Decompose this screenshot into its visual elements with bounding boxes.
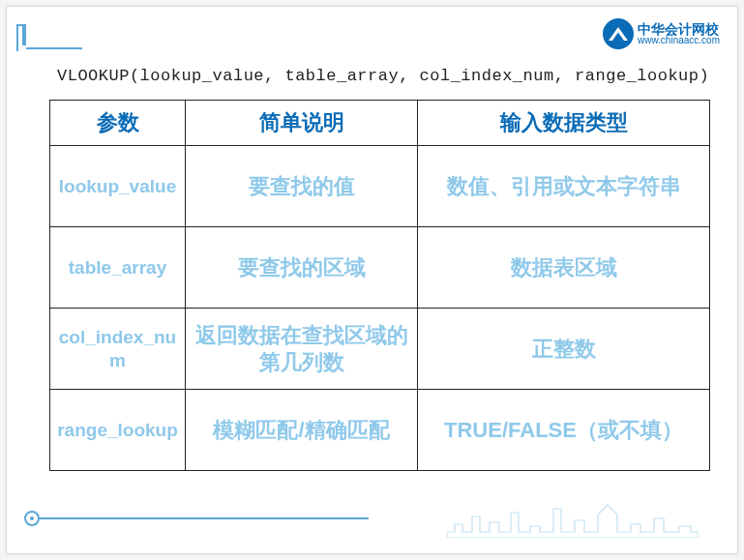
skyline-decoration-icon <box>447 503 699 538</box>
table-row: lookup_value 要查找的值 数值、引用或文本字符串 <box>50 146 710 227</box>
brand-logo: 中华会计网校 www.chinaacc.com <box>603 18 720 49</box>
cell-param: table_array <box>50 227 186 309</box>
slide: 中华会计网校 www.chinaacc.com VLOOKUP(lookup_v… <box>6 6 738 554</box>
cell-type: 数值、引用或文本字符串 <box>418 146 710 227</box>
table-row: col_index_num 返回数据在查找区域的第几列数 正整数 <box>50 309 710 390</box>
cell-param: col_index_num <box>50 309 186 390</box>
formula-text: VLOOKUP(lookup_value, table_array, col_i… <box>57 67 708 85</box>
header-desc: 简单说明 <box>186 101 418 146</box>
corner-decoration-top-left <box>16 24 63 59</box>
corner-decoration-bottom-left-icon <box>24 511 40 526</box>
table-row: range_lookup 模糊匹配/精确匹配 TRUE/FALSE（或不填） <box>50 390 710 471</box>
table-row: table_array 要查找的区域 数据表区域 <box>50 227 710 309</box>
cell-desc: 返回数据在查找区域的第几列数 <box>186 309 418 390</box>
cell-type: 数据表区域 <box>418 227 710 309</box>
brand-logo-icon <box>603 18 634 49</box>
bottom-divider-line <box>40 517 369 519</box>
cell-desc: 要查找的值 <box>186 146 418 227</box>
params-table: 参数 简单说明 输入数据类型 lookup_value 要查找的值 数值、引用或… <box>49 100 710 471</box>
brand-name: 中华会计网校 <box>638 22 720 36</box>
table-header-row: 参数 简单说明 输入数据类型 <box>50 101 710 146</box>
header-param: 参数 <box>50 101 186 146</box>
cell-desc: 要查找的区域 <box>186 227 418 309</box>
cell-type: TRUE/FALSE（或不填） <box>418 390 710 471</box>
cell-param: range_lookup <box>50 390 186 471</box>
brand-url: www.chinaacc.com <box>638 36 720 45</box>
cell-param: lookup_value <box>50 146 186 227</box>
cell-desc: 模糊匹配/精确匹配 <box>186 390 418 471</box>
cell-type: 正整数 <box>418 309 710 390</box>
header-type: 输入数据类型 <box>418 101 710 146</box>
